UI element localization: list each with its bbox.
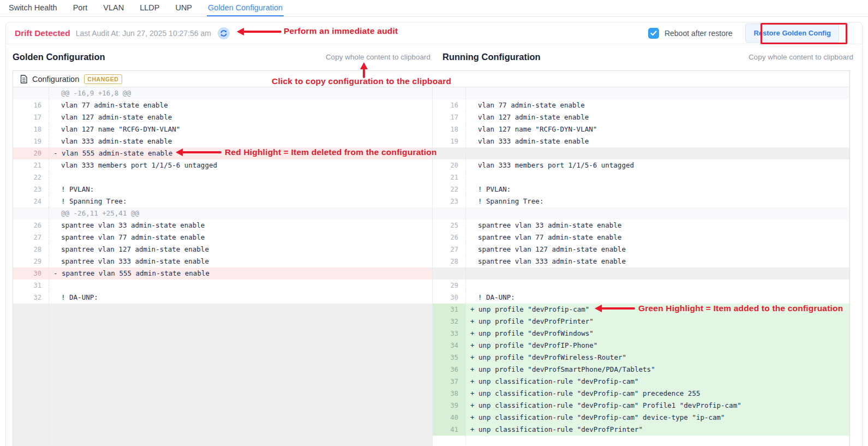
diff-row: 17vlan 127 admin-state enable17vlan 127 … <box>13 111 849 123</box>
tab-vlan[interactable]: VLAN <box>102 0 125 16</box>
copy-running-content-link[interactable]: Copy whole content to clipboard <box>749 53 853 61</box>
line-number <box>13 340 49 352</box>
code-line: spantree vlan 333 admin-state enable <box>466 255 849 267</box>
code-line <box>49 171 432 183</box>
changed-status-badge: CHANGED <box>84 74 122 84</box>
line-number: 27 <box>13 231 49 243</box>
line-number <box>13 364 49 376</box>
line-number <box>13 376 49 388</box>
code-line: ! Spanning Tree: <box>466 195 849 207</box>
code-line <box>49 436 432 446</box>
line-number: 32 <box>13 292 49 304</box>
diff-row: 2221 <box>13 171 849 183</box>
line-number: 29 <box>13 255 49 267</box>
code-line: spantree vlan 77 admin-state enable <box>49 231 432 243</box>
diff-row: 24! Spanning Tree:23! Spanning Tree: <box>13 195 849 207</box>
hunk-header: @@ -16,9 +16,8 @@ <box>49 87 432 99</box>
diff-row: 32! DA-UNP:30! DA-UNP: <box>13 292 849 304</box>
line-number <box>13 400 49 412</box>
code-line: + unp classification-rule "devProfPrinte… <box>466 424 849 436</box>
run-audit-button[interactable] <box>218 27 230 39</box>
diff-row: 39+ unp classification-rule "devProfip-c… <box>13 400 849 412</box>
line-number <box>13 388 49 400</box>
line-number: 17 <box>432 111 466 123</box>
hunk-header <box>466 207 849 219</box>
diff-row: @@ -16,9 +16,8 @@ <box>13 87 849 99</box>
reboot-after-restore-label: Reboot after restore <box>665 29 733 38</box>
line-number: 41 <box>432 424 466 436</box>
line-number: 19 <box>432 135 466 147</box>
diff-row: 32+ unp profile "devProfPrinter" <box>13 316 849 328</box>
diff-row: 30- spantree vlan 555 admin-state enable <box>13 267 849 280</box>
annotation-copy-hint: Click to copy configuration to the clipb… <box>272 76 451 86</box>
diff-row: 26spantree vlan 33 admin-state enable25s… <box>13 219 849 231</box>
diff-row: 18vlan 127 name "RCFG-DYN-VLAN"18vlan 12… <box>13 123 849 135</box>
line-number: 24 <box>13 195 49 207</box>
diff-row: 37+ unp classification-rule "devProfip-c… <box>13 376 849 388</box>
diff-rows: @@ -16,9 +16,8 @@16vlan 77 admin-state e… <box>13 87 849 446</box>
diff-row: 29spantree vlan 333 admin-state enable28… <box>13 255 849 267</box>
tab-lldp[interactable]: LLDP <box>139 0 160 16</box>
tab-bar: Switch Health Port VLAN LLDP UNP Golden … <box>0 0 868 17</box>
line-number <box>13 304 49 316</box>
code-line <box>466 436 849 446</box>
code-line <box>49 304 432 316</box>
line-number: 30 <box>432 292 466 304</box>
code-line: ! Spanning Tree: <box>49 195 432 207</box>
line-number: 19 <box>13 135 49 147</box>
diff-row: 36+ unp profile "devProfSmartPhone/PDA/T… <box>13 364 849 376</box>
code-line: + unp profile "devProfWindows" <box>466 328 849 340</box>
line-number <box>432 147 466 159</box>
line-number <box>13 207 49 219</box>
line-number: 23 <box>432 195 466 207</box>
tab-port[interactable]: Port <box>72 0 89 16</box>
code-line: spantree vlan 33 admin-state enable <box>466 219 849 231</box>
line-number <box>13 352 49 364</box>
line-number: 16 <box>432 99 466 111</box>
reboot-after-restore-checkbox[interactable] <box>648 28 659 39</box>
diff-row: 19vlan 333 admin-state enable19vlan 333 … <box>13 135 849 147</box>
code-line <box>49 400 432 412</box>
diff-row: 21vlan 333 members port 1/1/5-6 untagged… <box>13 159 849 171</box>
code-line: vlan 77 admin-state enable <box>49 99 432 111</box>
code-line: ! PVLAN: <box>466 183 849 195</box>
line-number <box>13 316 49 328</box>
tab-golden-configuration[interactable]: Golden Configuration <box>207 0 284 16</box>
annotation-restore-button-highlight <box>761 23 847 44</box>
code-line: ! PVLAN: <box>49 183 432 195</box>
code-line <box>49 424 432 436</box>
code-line: vlan 77 admin-state enable <box>466 99 849 111</box>
tab-unp[interactable]: UNP <box>174 0 193 16</box>
line-number: 28 <box>432 255 466 267</box>
code-line <box>466 171 849 183</box>
hunk-header <box>466 87 849 99</box>
diff-row <box>13 436 849 446</box>
line-number: 32 <box>432 316 466 328</box>
line-number: 30 <box>13 267 49 280</box>
tab-switch-health[interactable]: Switch Health <box>8 0 58 16</box>
line-number: 18 <box>432 123 466 135</box>
code-line: vlan 333 members port 1/1/5-6 untagged <box>49 159 432 171</box>
code-line: spantree vlan 333 admin-state enable <box>49 255 432 267</box>
diff-row: 34+ unp profile "devProfIP-Phone" <box>13 340 849 352</box>
running-configuration-title: Running Configuration <box>442 52 541 62</box>
diff-row: 40+ unp classification-rule "devProfip-c… <box>13 412 849 424</box>
line-number: 38 <box>432 388 466 400</box>
annotation-arrow-added-tail <box>601 307 635 310</box>
code-line: + unp classification-rule "devProfip-cam… <box>466 412 849 424</box>
code-line: vlan 127 admin-state enable <box>49 111 432 123</box>
line-number <box>432 267 466 280</box>
line-number: 37 <box>432 376 466 388</box>
code-line <box>466 147 849 159</box>
copy-golden-content-link[interactable]: Copy whole content to clipboard <box>326 53 430 61</box>
line-number <box>13 424 49 436</box>
annotation-deleted-hint: Red Highlight = Item deleted from the co… <box>225 147 437 157</box>
code-line <box>49 388 432 400</box>
line-number: 34 <box>432 340 466 352</box>
line-number <box>13 436 49 446</box>
line-number <box>432 436 466 446</box>
code-line: vlan 333 admin-state enable <box>49 135 432 147</box>
line-number: 27 <box>432 243 466 255</box>
line-number <box>432 87 466 99</box>
annotation-arrow-deleted-tail <box>182 151 222 153</box>
